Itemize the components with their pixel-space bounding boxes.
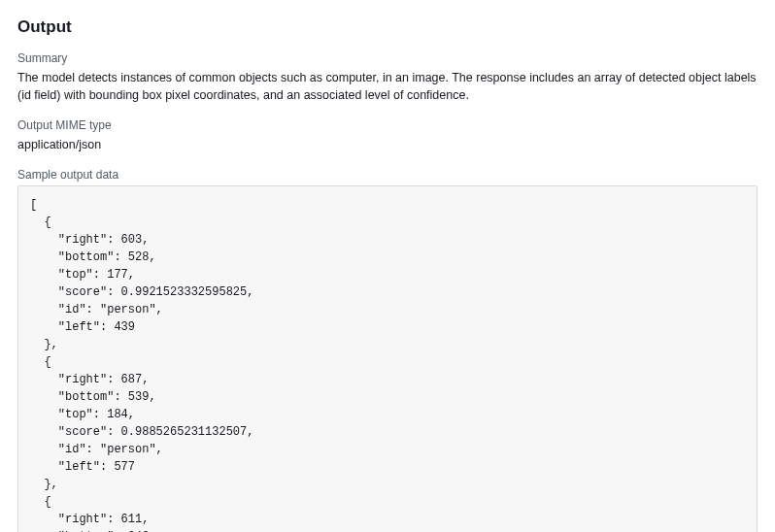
sample-output-code: [ { "right": 603, "bottom": 528, "top": … — [17, 185, 758, 532]
summary-value: The model detects instances of common ob… — [17, 69, 758, 104]
mime-type-value: application/json — [17, 136, 758, 153]
output-heading: Output — [17, 16, 758, 39]
summary-label: Summary — [17, 50, 758, 67]
mime-type-label: Output MIME type — [17, 117, 758, 134]
sample-output-label: Sample output data — [17, 167, 758, 183]
